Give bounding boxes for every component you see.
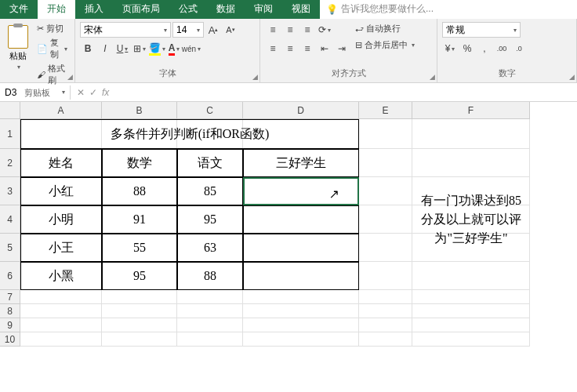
row-header[interactable]: 5 <box>0 234 20 262</box>
percent-button[interactable]: % <box>459 41 475 56</box>
copy-button[interactable]: 📄复制▾ <box>34 36 70 61</box>
increase-decimal-button[interactable]: .00 <box>494 41 510 56</box>
tab-insert[interactable]: 插入 <box>75 0 113 19</box>
table-cell[interactable]: 85 <box>177 177 243 205</box>
row-header[interactable]: 6 <box>0 262 20 290</box>
increase-indent-button[interactable]: ⇥ <box>334 41 350 56</box>
table-cell[interactable] <box>243 262 359 290</box>
cell[interactable] <box>359 119 412 149</box>
cancel-formula-button[interactable]: ✕ <box>77 87 85 98</box>
column-header[interactable]: C <box>177 102 243 119</box>
table-cell[interactable]: 95 <box>177 205 243 234</box>
tell-me-search[interactable]: 💡 告诉我您想要做什么... <box>320 0 440 19</box>
table-cell[interactable] <box>243 234 359 262</box>
tab-layout[interactable]: 页面布局 <box>113 0 169 19</box>
decrease-font-button[interactable]: A▾ <box>223 22 238 38</box>
row-header[interactable]: 9 <box>0 318 20 332</box>
cell[interactable] <box>412 332 530 347</box>
table-cell[interactable]: 63 <box>177 234 243 262</box>
cell[interactable] <box>359 290 412 304</box>
row-header[interactable]: 1 <box>0 119 20 149</box>
cut-button[interactable]: ✂剪切 <box>34 22 70 35</box>
table-cell[interactable]: 55 <box>102 234 177 262</box>
cell[interactable] <box>177 332 243 347</box>
row-header[interactable]: 4 <box>0 205 20 234</box>
cell[interactable] <box>412 304 530 318</box>
number-format-combo[interactable]: 常规▾ <box>442 22 521 38</box>
cell[interactable] <box>243 318 359 332</box>
cell[interactable] <box>102 318 177 332</box>
cell[interactable] <box>359 304 412 318</box>
note-cell[interactable]: 有一门功课达到85分及以上就可以评为"三好学生" <box>412 177 530 262</box>
cell[interactable] <box>412 119 530 149</box>
cell[interactable] <box>20 304 102 318</box>
wrap-text-button[interactable]: ⮐自动换行 <box>353 22 417 35</box>
cell[interactable] <box>359 262 412 290</box>
cell[interactable] <box>412 290 530 304</box>
font-color-button[interactable]: A▾ <box>166 41 182 56</box>
italic-button[interactable]: I <box>97 41 113 56</box>
column-header[interactable]: E <box>359 102 412 119</box>
cell[interactable] <box>20 332 102 347</box>
cell[interactable] <box>412 149 530 177</box>
cell[interactable] <box>102 304 177 318</box>
align-middle-button[interactable]: ≡ <box>282 22 298 38</box>
cell[interactable] <box>177 290 243 304</box>
cell[interactable] <box>177 304 243 318</box>
cell[interactable] <box>102 332 177 347</box>
tab-data[interactable]: 数据 <box>207 0 245 19</box>
row-header[interactable]: 8 <box>0 304 20 318</box>
cell[interactable] <box>243 332 359 347</box>
cell[interactable] <box>177 318 243 332</box>
format-painter-button[interactable]: 🖌格式刷 <box>34 62 70 87</box>
select-all-corner[interactable] <box>0 102 20 119</box>
dialog-launcher-icon[interactable]: ◢ <box>569 73 575 81</box>
align-right-button[interactable]: ≡ <box>299 41 315 56</box>
tab-view[interactable]: 视图 <box>282 0 320 19</box>
align-left-button[interactable]: ≡ <box>265 41 281 56</box>
row-header[interactable]: 3 <box>0 177 20 205</box>
tab-file[interactable]: 文件 <box>0 0 38 19</box>
cell[interactable] <box>243 304 359 318</box>
align-top-button[interactable]: ≡ <box>265 22 281 38</box>
cell[interactable] <box>20 318 102 332</box>
cells-area[interactable]: 多条件并列判断(if和OR函数)姓名数学语文三好学生小红8885小明9195小王… <box>20 119 530 347</box>
phonetic-button[interactable]: wén▾ <box>183 41 199 56</box>
header-cell[interactable]: 数学 <box>102 149 177 177</box>
formula-bar[interactable] <box>115 91 577 94</box>
header-cell[interactable]: 三好学生 <box>243 149 359 177</box>
table-cell[interactable]: 小红 <box>20 177 102 205</box>
orientation-button[interactable]: ⟳▾ <box>317 22 332 38</box>
decrease-indent-button[interactable]: ⇤ <box>317 41 332 56</box>
table-cell[interactable]: 95 <box>102 262 177 290</box>
underline-button[interactable]: U▾ <box>114 41 130 56</box>
table-cell[interactable]: 91 <box>102 205 177 234</box>
cell[interactable] <box>359 177 412 205</box>
row-header[interactable]: 7 <box>0 290 20 304</box>
cell[interactable] <box>412 318 530 332</box>
align-bottom-button[interactable]: ≡ <box>299 22 315 38</box>
dialog-launcher-icon[interactable]: ◢ <box>430 73 435 81</box>
cell[interactable] <box>359 149 412 177</box>
cell[interactable] <box>20 290 102 304</box>
bold-button[interactable]: B <box>80 41 96 56</box>
align-center-button[interactable]: ≡ <box>282 41 298 56</box>
merge-center-button[interactable]: ⊟合并后居中▾ <box>353 38 417 52</box>
fx-button[interactable]: fx <box>102 87 109 98</box>
comma-button[interactable]: , <box>477 41 492 56</box>
tab-home[interactable]: 开始 <box>38 0 75 19</box>
decrease-decimal-button[interactable]: .0 <box>511 41 527 56</box>
cell[interactable] <box>102 290 177 304</box>
increase-font-button[interactable]: A▴ <box>205 22 221 38</box>
table-cell[interactable] <box>243 205 359 234</box>
table-cell[interactable]: 小王 <box>20 234 102 262</box>
row-header[interactable]: 2 <box>0 149 20 177</box>
tab-review[interactable]: 审阅 <box>245 0 282 19</box>
fill-color-button[interactable]: 🪣▾ <box>149 41 165 56</box>
font-name-combo[interactable]: 宋体▾ <box>80 22 171 38</box>
dialog-launcher-icon[interactable]: ◢ <box>252 73 258 81</box>
cell[interactable] <box>359 318 412 332</box>
spreadsheet-grid[interactable]: ABCDEF 12345678910 多条件并列判断(if和OR函数)姓名数学语… <box>0 102 577 392</box>
tab-formulas[interactable]: 公式 <box>169 0 207 19</box>
column-header[interactable]: B <box>102 102 177 119</box>
